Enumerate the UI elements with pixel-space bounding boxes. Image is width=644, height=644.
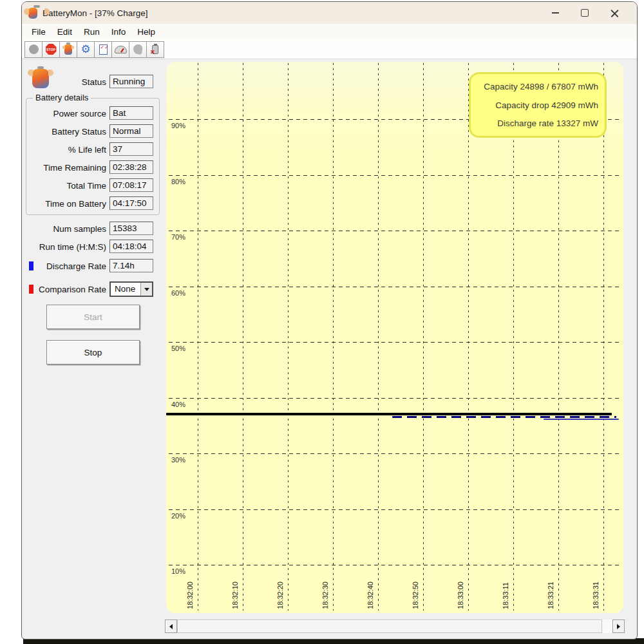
menu-item-info[interactable]: Info xyxy=(106,25,132,39)
record-icon xyxy=(29,44,39,54)
label-run-time-h-m-s: Run time (H:M:S) xyxy=(26,240,106,254)
minimize-button[interactable] xyxy=(540,2,570,24)
chevron-down-icon xyxy=(144,288,149,291)
battery-settings-icon xyxy=(152,45,158,54)
label-discharge-rate: Discharge Rate xyxy=(26,260,106,273)
combobox-value: None xyxy=(111,283,140,296)
toolbar-battery-settings-button[interactable] xyxy=(146,41,164,58)
x-tick-label: 18:32:20 xyxy=(276,582,284,609)
scrollbar-thumb[interactable] xyxy=(177,620,602,633)
left-arrow-icon xyxy=(169,624,173,629)
toolbar-record-button xyxy=(24,41,43,58)
close-button[interactable] xyxy=(600,2,629,24)
status-field: Running xyxy=(109,75,153,88)
x-tick-label: 18:33:21 xyxy=(547,582,554,609)
toolbar-gauge-button[interactable] xyxy=(111,41,129,58)
stop-button[interactable]: Stop xyxy=(46,340,140,365)
x-tick-label: 18:32:50 xyxy=(412,582,419,609)
h-gridline xyxy=(169,175,621,176)
menu-item-file[interactable]: File xyxy=(26,25,52,39)
stop-icon: STOP xyxy=(46,44,57,55)
x-tick-label: 18:33:00 xyxy=(457,582,464,609)
scroll-left-button[interactable] xyxy=(165,620,177,633)
y-tick-label: 10% xyxy=(171,567,185,575)
h-gridline xyxy=(169,231,621,231)
field-power-source: Bat xyxy=(109,106,153,120)
h-gridline xyxy=(169,453,621,454)
h-gridline xyxy=(169,342,621,343)
chart-annotation-box: Capacity 24898 / 67807 mWhCapacity drop … xyxy=(469,72,607,138)
field-run-time-h-m-s: 04:18:04 xyxy=(109,240,153,253)
toolbar-stop-button[interactable]: STOP xyxy=(42,41,60,58)
toolbar: STOP⚙✓✓ xyxy=(22,40,637,59)
label-num-samples: Num samples xyxy=(26,222,106,236)
label-comparison-rate: Comparison Rate xyxy=(26,283,106,296)
field-discharge-rate: 7.14h xyxy=(109,259,153,272)
menu-item-run[interactable]: Run xyxy=(78,25,106,39)
label-time-remaining: Time Remaining xyxy=(26,161,106,175)
v-gridline xyxy=(513,63,514,611)
battery-details-legend: Battery details xyxy=(33,93,91,102)
boot-icon xyxy=(133,44,143,55)
maximize-icon xyxy=(581,9,589,17)
x-tick-label: 18:33:11 xyxy=(502,582,509,609)
menu-item-edit[interactable]: Edit xyxy=(52,25,78,39)
field-num-samples: 15383 xyxy=(109,222,153,235)
maximize-button[interactable] xyxy=(570,2,600,24)
battery-icon xyxy=(64,44,72,55)
window-title: BatteryMon - [37% Charge] xyxy=(43,8,148,18)
y-tick-label: 30% xyxy=(171,456,185,464)
chart-plot-area: 90%80%70%60%50%40%30%20%10%18:32:0018:32… xyxy=(166,62,623,613)
v-gridline xyxy=(243,63,243,611)
label-power-source: Power source xyxy=(26,107,106,120)
h-gridline xyxy=(169,287,621,287)
h-gridline xyxy=(169,398,621,399)
close-icon xyxy=(611,9,619,17)
x-tick-label: 18:32:10 xyxy=(231,582,239,609)
gauge-icon xyxy=(115,46,127,53)
window-controls xyxy=(540,2,629,24)
annotation-line: Capacity drop 42909 mWh xyxy=(477,100,598,110)
x-tick-label: 18:33:31 xyxy=(592,582,600,609)
y-tick-label: 20% xyxy=(171,512,185,520)
y-tick-label: 70% xyxy=(171,233,185,241)
v-gridline xyxy=(558,63,559,611)
toolbar-boot-button xyxy=(129,41,147,58)
right-arrow-icon xyxy=(617,624,620,629)
y-tick-label: 60% xyxy=(171,289,185,297)
checklist-icon: ✓✓ xyxy=(99,44,108,55)
label-time-on-battery: Time on Battery xyxy=(26,197,106,211)
h-gridline xyxy=(169,565,621,565)
y-tick-label: 80% xyxy=(171,178,185,185)
series-discharge-rate xyxy=(392,416,616,418)
horizontal-scrollbar[interactable] xyxy=(165,620,625,633)
menu-item-help[interactable]: Help xyxy=(131,25,161,39)
field-total-time: 07:08:17 xyxy=(109,178,153,192)
series-charge-level xyxy=(166,413,612,415)
combobox-dropdown-button[interactable] xyxy=(140,283,152,296)
gear-icon: ⚙ xyxy=(80,44,91,55)
toolbar-checklist-button[interactable]: ✓✓ xyxy=(94,41,112,58)
field-life-left: 37 xyxy=(109,142,153,156)
x-tick-label: 18:32:40 xyxy=(366,582,374,609)
x-tick-label: 18:32:00 xyxy=(186,582,194,609)
y-tick-label: 50% xyxy=(171,345,185,352)
annotation-line: Capacity 24898 / 67807 mWh xyxy=(477,82,598,91)
status-label: Status xyxy=(26,75,106,89)
x-tick-label: 18:32:30 xyxy=(321,582,329,609)
title-bar[interactable]: BatteryMon - [37% Charge] xyxy=(22,2,637,24)
field-time-remaining: 02:38:28 xyxy=(109,160,153,174)
h-gridline xyxy=(169,509,621,510)
label-total-time: Total Time xyxy=(26,179,106,193)
toolbar-gear-button[interactable]: ⚙ xyxy=(77,41,95,58)
minimize-icon xyxy=(552,12,559,14)
scroll-right-button[interactable] xyxy=(612,620,625,633)
v-gridline xyxy=(378,63,379,611)
start-button[interactable]: Start xyxy=(46,305,140,329)
comparison-rate-combobox[interactable]: None xyxy=(109,281,153,297)
v-gridline xyxy=(288,63,289,611)
app-icon xyxy=(28,8,37,19)
batterymon-app: BatteryMon - [37% Charge] FileEditRunInf… xyxy=(0,0,644,644)
annotation-line: Discharge rate 13327 mW xyxy=(477,118,598,128)
toolbar-battery-button[interactable] xyxy=(59,41,77,58)
